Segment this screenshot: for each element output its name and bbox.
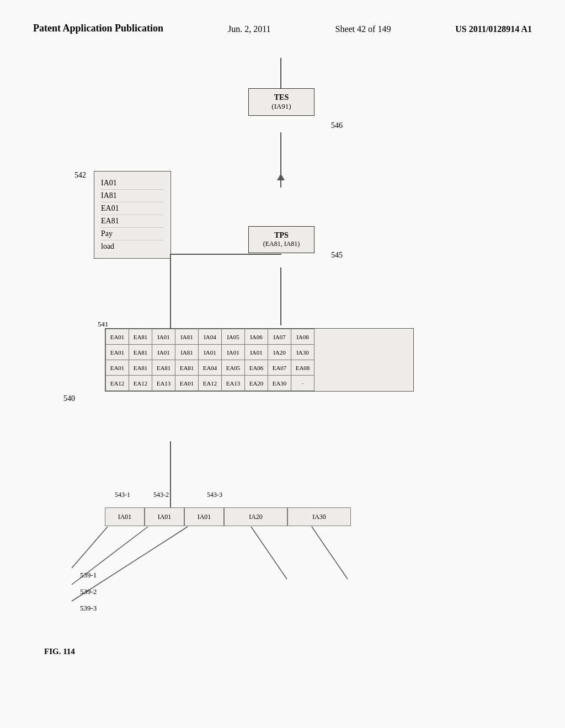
label-543-1: 543-1 (115, 491, 130, 499)
label-542: 542 (74, 171, 86, 180)
hline-panel-tps (170, 254, 281, 255)
table-row: EA01 EA81 IA01 IA81 IA04 IA05 IA06 IA07 … (106, 329, 315, 345)
cell-dot: · (291, 376, 315, 391)
cell-ia05: IA05 (222, 329, 245, 345)
publication-title: Patent Application Publication (33, 22, 163, 35)
cell-ia01-r2: IA01 (199, 345, 222, 360)
vline-grid-bottom (170, 441, 171, 507)
vline-top (280, 58, 281, 91)
panel-row-ia01: IA01 (101, 177, 164, 190)
cell-ea81-2: EA81 (129, 345, 152, 360)
cell-ia30: IA30 (291, 345, 315, 360)
cell-ia20: IA20 (268, 345, 291, 360)
vline-tps-down (280, 267, 281, 325)
vline-panel-grid (170, 254, 171, 328)
cell-ea01: EA01 (106, 329, 129, 345)
cell-ea01-3: EA01 (106, 360, 129, 376)
grid-table: EA01 EA81 IA01 IA81 IA04 IA05 IA06 IA07 … (105, 329, 315, 391)
label-545: 545 (331, 251, 343, 260)
grid-container: EA01 EA81 IA01 IA81 IA04 IA05 IA06 IA07 … (105, 328, 414, 392)
tes-title: TES (252, 93, 311, 102)
bottom-cell-2: IA01 (145, 507, 184, 526)
table-row: EA12 EA12 EA13 EA01 EA12 EA13 EA20 EA30 … (106, 376, 315, 391)
cell-ea81-3: EA81 (129, 360, 152, 376)
bottom-cell-3: IA01 (184, 507, 224, 526)
cell-ia01-r2c: IA01 (245, 345, 268, 360)
cell-ia04: IA04 (199, 329, 222, 345)
cell-ea12b: EA12 (129, 376, 152, 391)
cell-ia01-r2b: IA01 (222, 345, 245, 360)
bottom-cell-4: IA20 (224, 507, 287, 526)
publication-date: Jun. 2, 2011 (228, 22, 271, 34)
tps-sub: (EA81, IA81) (252, 240, 311, 248)
cell-ia07: IA07 (268, 329, 291, 345)
label-539-1: 539-1 (80, 571, 97, 580)
cell-ea81: EA81 (129, 329, 152, 345)
bottom-cell-1: IA01 (105, 507, 145, 526)
left-panel: IA01 IA81 EA01 EA81 Pay load (94, 171, 171, 259)
fig-label: FIG. 114 (44, 647, 75, 656)
cell-ea81-3b: EA81 (152, 360, 175, 376)
cell-ea12-4: EA12 (199, 376, 222, 391)
panel-row-load: load (101, 240, 164, 253)
cell-ea13-4: EA13 (222, 376, 245, 391)
table-row: EA01 EA81 IA01 IA81 IA01 IA01 IA01 IA20 … (106, 345, 315, 360)
label-540: 540 (63, 394, 75, 403)
panel-row-ea81: EA81 (101, 215, 164, 228)
panel-row-pay: Pay (101, 228, 164, 240)
cell-ea30: EA30 (268, 376, 291, 391)
page: Patent Application Publication Jun. 2, 2… (0, 0, 565, 728)
cell-ea08: EA08 (291, 360, 315, 376)
tps-title: TPS (252, 231, 311, 240)
cell-ea05: EA05 (222, 360, 245, 376)
header: Patent Application Publication Jun. 2, 2… (0, 22, 565, 35)
cell-ea04: EA04 (199, 360, 222, 376)
tes-sub: (IA91) (252, 102, 311, 111)
bottom-cell-5: IA30 (287, 507, 351, 526)
label-543-2: 543-2 (153, 491, 169, 499)
sheet-info: Sheet 42 of 149 (335, 22, 391, 34)
cell-ea12: EA12 (106, 376, 129, 391)
tps-box: TPS (EA81, IA81) (248, 226, 315, 253)
cell-ea01-2: EA01 (106, 345, 129, 360)
patent-number: US 2011/0128914 A1 (455, 22, 532, 34)
cell-ea81-3c: EA81 (175, 360, 199, 376)
cell-ea13: EA13 (152, 376, 175, 391)
panel-row-ia81: IA81 (101, 190, 164, 202)
cell-ia81-2: IA81 (175, 345, 199, 360)
cell-ia01: IA01 (152, 329, 175, 345)
diagram: TES (IA91) 546 TPS (EA81, IA81) 545 542 … (33, 88, 543, 684)
cell-ea06: EA06 (245, 360, 268, 376)
label-539-3: 539-3 (80, 604, 97, 613)
panel-row-ea01: EA01 (101, 202, 164, 215)
cell-ia06: IA06 (245, 329, 268, 345)
arrow-up-head (277, 174, 285, 180)
cell-ea20: EA20 (245, 376, 268, 391)
label-539-2: 539-2 (80, 587, 97, 596)
cell-ia81: IA81 (175, 329, 199, 345)
svg-line-3 (251, 527, 287, 579)
bottom-row-cells: IA01 IA01 IA01 IA20 IA30 (105, 507, 351, 526)
table-row: EA01 EA81 EA81 EA81 EA04 EA05 EA06 EA07 … (106, 360, 315, 376)
tes-box: TES (IA91) (248, 88, 315, 116)
label-541: 541 (98, 320, 109, 329)
label-543-3: 543-3 (207, 491, 222, 499)
cell-ia08: IA08 (291, 329, 315, 345)
cell-ia01-2: IA01 (152, 345, 175, 360)
svg-line-4 (312, 527, 348, 579)
label-546: 546 (331, 121, 343, 130)
cell-ea07: EA07 (268, 360, 291, 376)
cell-ea01-4: EA01 (175, 376, 199, 391)
